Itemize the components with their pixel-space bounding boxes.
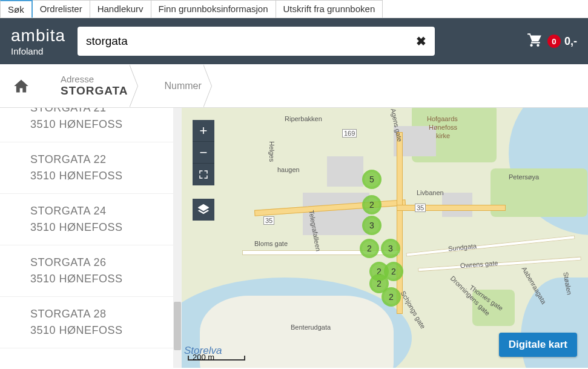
search-input[interactable] (86, 35, 416, 48)
map-cluster[interactable]: 5 (362, 170, 382, 189)
tab-search[interactable]: Søk (0, 0, 33, 18)
result-line1: STORGATA 26 (30, 256, 173, 269)
breadcrumb-label: Nummer (164, 81, 201, 91)
breadcrumb-label: Adresse (61, 74, 128, 84)
map-label: Sundgata (448, 242, 477, 253)
map-label: Hønefoss (429, 124, 457, 131)
tab-grunnbok-info[interactable]: Finn grunnboksinformasjon (151, 0, 276, 18)
scroll-thumb[interactable] (174, 302, 181, 350)
map-cluster[interactable]: 2 (360, 239, 379, 258)
top-tabs: Søk Ordrelister Handlekurv Finn grunnbok… (0, 0, 588, 18)
zoom-controls: + − (193, 120, 214, 185)
cart-button[interactable]: 0 0,- (526, 32, 577, 50)
breadcrumb-address[interactable]: Adresse STORGATA (42, 64, 146, 107)
fullscreen-button[interactable] (193, 164, 214, 185)
result-line2: 3510 HØNEFOSS (30, 118, 173, 131)
list-item[interactable]: STORGATA 21 3510 HØNEFOSS (0, 108, 173, 142)
brand: ambita Infoland (11, 27, 65, 56)
scale-bar: Storelva 200 m (188, 345, 245, 361)
map-label: Owrens gate (460, 259, 498, 269)
home-icon[interactable] (0, 78, 42, 95)
result-line1: STORGATA 28 (30, 308, 173, 321)
map-label: Hofgaards (427, 115, 458, 122)
tab-cart[interactable]: Handlekurv (90, 0, 151, 18)
map-label: Riperbakken (285, 115, 322, 122)
result-line1: STORGATA 24 (30, 205, 173, 218)
map-label: Benterudgata (291, 324, 331, 331)
cart-count-badge: 0 (547, 35, 561, 48)
road-shield: 169 (342, 129, 357, 138)
brand-product: Infoland (11, 47, 65, 56)
result-line2: 3510 HØNEFOSS (30, 273, 173, 285)
zoom-out-button[interactable]: − (193, 142, 214, 164)
map-label: Bloms gate (254, 240, 288, 247)
map-canvas[interactable]: Riperbakken haugen Helges Bloms gate Tel… (182, 108, 588, 368)
result-line2: 3510 HØNEFOSS (30, 324, 173, 337)
map-label: Livbanen (417, 189, 444, 196)
header-bar: ambita Infoland ✖ 0 0,- (0, 18, 588, 64)
cart-total: 0,- (564, 35, 577, 48)
digital-maps-button[interactable]: Digitale kart (499, 333, 577, 357)
tab-grunnbok-print[interactable]: Utskrift fra grunnboken (276, 0, 383, 18)
list-item[interactable]: STORGATA 22 3510 HØNEFOSS (0, 142, 173, 194)
breadcrumb-number[interactable]: Nummer (146, 64, 219, 107)
map-label: Agens gate (389, 108, 403, 142)
map-cluster[interactable]: 2 (382, 287, 401, 307)
map-label: haugen (277, 166, 300, 173)
scale-text: 200 m (193, 353, 214, 362)
list-item[interactable]: STORGATA 28 3510 HØNEFOSS (0, 297, 173, 348)
tab-orders[interactable]: Ordrelister (33, 0, 90, 18)
map-label: Helges (268, 141, 276, 162)
brand-name: ambita (11, 27, 65, 44)
map-cluster[interactable]: 3 (362, 216, 382, 235)
result-line1: STORGATA 22 (30, 153, 173, 166)
map[interactable]: Riperbakken haugen Helges Bloms gate Tel… (182, 108, 588, 368)
road-shield: 35 (415, 204, 426, 212)
results-list: STORGATA 21 3510 HØNEFOSS STORGATA 22 35… (0, 108, 173, 368)
road-shield: 35 (263, 216, 274, 225)
list-item[interactable]: STORGATA 26 3510 HØNEFOSS (0, 245, 173, 297)
sidebar-wrap: STORGATA 21 3510 HØNEFOSS STORGATA 22 35… (0, 108, 182, 368)
map-label: Petersøya (509, 173, 539, 181)
map-cluster[interactable]: 2 (362, 195, 382, 214)
search-box[interactable]: ✖ (78, 27, 435, 56)
result-line2: 3510 HØNEFOSS (30, 170, 173, 182)
result-line1: STORGATA 21 (30, 108, 173, 115)
list-item[interactable]: STORGATA 24 3510 HØNEFOSS (0, 194, 173, 245)
layers-button[interactable] (193, 199, 214, 221)
result-line2: 3510 HØNEFOSS (30, 221, 173, 234)
main: STORGATA 21 3510 HØNEFOSS STORGATA 22 35… (0, 108, 588, 368)
cart-icon (526, 32, 544, 50)
close-icon[interactable]: ✖ (416, 34, 426, 48)
map-cluster[interactable]: 3 (381, 239, 400, 258)
map-label: kirke (436, 132, 450, 139)
breadcrumb-value: STORGATA (61, 84, 128, 98)
sidebar-scrollbar[interactable] (173, 108, 182, 368)
zoom-in-button[interactable]: + (193, 120, 214, 142)
breadcrumb: Adresse STORGATA Nummer (0, 64, 588, 108)
